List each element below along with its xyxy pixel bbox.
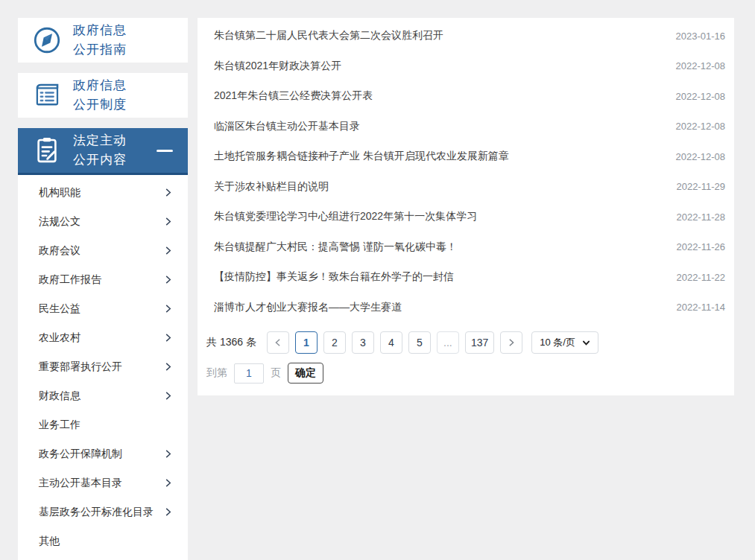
news-title-link[interactable]: 朱台镇2021年财政决算公开: [214, 60, 341, 73]
news-row: 2021年朱台镇三公经费决算公开表 2022-12-08: [198, 81, 734, 112]
sidebar-item-agriculture-rural[interactable]: 农业农村: [18, 323, 188, 352]
news-date: 2022-11-29: [676, 181, 725, 192]
sidebar-item-government-meetings[interactable]: 政府会议: [18, 236, 188, 265]
news-row: 淄博市人才创业大赛报名——大学生赛道 2022-11-14: [198, 293, 734, 323]
pagination-total: 共 1366 条: [206, 336, 256, 349]
chevron-right-icon: [163, 507, 173, 517]
news-date: 2022-12-08: [676, 151, 726, 162]
goto-page-row: 到第 页 确定: [206, 363, 734, 384]
news-date: 2023-01-16: [676, 31, 726, 42]
sidebar-item-government-work-report[interactable]: 政府工作报告: [18, 265, 188, 294]
page-button-1[interactable]: 1: [295, 331, 318, 354]
news-date: 2022-11-28: [676, 211, 725, 223]
news-title-link[interactable]: 关于涉农补贴栏目的说明: [214, 180, 329, 194]
page-button-2[interactable]: 2: [323, 331, 346, 354]
chevron-right-icon: [163, 478, 173, 488]
sidebar-item-organization-functions[interactable]: 机构职能: [18, 178, 188, 207]
page-button-5[interactable]: 5: [408, 331, 431, 354]
sidebar-item-proactive-disclosure-catalog[interactable]: 主动公开基本目录: [18, 468, 188, 497]
chevron-right-icon: [163, 449, 173, 459]
news-date: 2022-12-08: [676, 60, 726, 71]
chevron-right-icon: [163, 275, 173, 284]
page-button-4[interactable]: 4: [380, 331, 402, 354]
page-size-select[interactable]: 10 条/页: [531, 331, 598, 354]
sidebar-item-disclosure-guarantee-mechanism[interactable]: 政务公开保障机制: [18, 439, 188, 468]
sidebar-item-label: 政府信息 公开制度: [73, 76, 127, 115]
news-row: 【疫情防控】事关返乡！致朱台籍在外学子的一封信 2022-11-22: [198, 262, 734, 293]
sidebar-item-label: 政府信息 公开指南: [73, 21, 127, 60]
sidebar: 政府信息 公开指南 政府信息 公开制度: [18, 18, 188, 560]
news-title-link[interactable]: 临淄区朱台镇主动公开基本目录: [214, 120, 360, 133]
news-title-link[interactable]: 朱台镇第二十届人民代表大会第二次会议胜利召开: [214, 29, 443, 42]
sidebar-item-gov-info-guide[interactable]: 政府信息 公开指南: [18, 18, 188, 63]
pagination: 共 1366 条 1 2 3 4 5 ... 137 10 条/页: [206, 331, 734, 354]
sidebar-item-business-work[interactable]: 业务工作: [18, 410, 188, 439]
sidebar-item-other[interactable]: 其他: [18, 526, 188, 556]
chevron-down-icon: [582, 339, 590, 347]
news-title-link[interactable]: 2021年朱台镇三公经费决算公开表: [214, 89, 373, 103]
chevron-right-icon: [163, 246, 173, 255]
chevron-right-icon: [163, 188, 173, 197]
sidebar-item-key-deployment-disclosure[interactable]: 重要部署执行公开: [18, 352, 188, 381]
sidebar-item-label: 法定主动 公开内容: [73, 131, 127, 170]
news-title-link[interactable]: 朱台镇党委理论学习中心组进行2022年第十一次集体学习: [214, 210, 477, 223]
news-row: 土地托管服务耦合链接种子产业 朱台镇开启现代农业发展新篇章 2022-12-08: [198, 141, 734, 172]
news-row: 朱台镇2021年财政决算公开 2022-12-08: [198, 51, 734, 82]
goto-confirm-button[interactable]: 确定: [288, 363, 323, 384]
news-title-link[interactable]: 【疫情防控】事关返乡！致朱台籍在外学子的一封信: [214, 270, 454, 284]
news-row: 关于涉农补贴栏目的说明 2022-11-29: [198, 172, 734, 203]
sidebar-submenu: 机构职能 法规公文 政府会议 政府工作报告 民生公益 农业农村 重要部署执行公开: [18, 175, 188, 560]
news-title-link[interactable]: 淄博市人才创业大赛报名——大学生赛道: [214, 301, 402, 314]
page-ellipsis-button[interactable]: ...: [437, 331, 459, 354]
prev-page-button[interactable]: [267, 331, 289, 354]
news-row: 临淄区朱台镇主动公开基本目录 2022-12-08: [198, 112, 734, 142]
chevron-right-icon: [163, 304, 173, 314]
news-date: 2022-11-22: [676, 272, 725, 283]
news-title-link[interactable]: 朱台镇提醒广大村民：提高警惕 谨防一氧化碳中毒！: [214, 241, 457, 254]
page-button-3[interactable]: 3: [352, 331, 374, 354]
sidebar-item-livelihood-welfare[interactable]: 民生公益: [18, 294, 188, 323]
page-button-137[interactable]: 137: [465, 331, 494, 354]
news-row: 朱台镇党委理论学习中心组进行2022年第十一次集体学习 2022-11-28: [198, 202, 734, 232]
chevron-left-icon: [274, 338, 282, 347]
sidebar-item-gov-info-system[interactable]: 政府信息 公开制度: [18, 73, 188, 118]
news-list-panel: 朱台镇第二十届人民代表大会第二次会议胜利召开 2023-01-16 朱台镇202…: [198, 18, 734, 395]
goto-prefix-label: 到第: [206, 366, 227, 380]
chevron-right-icon: [163, 362, 173, 372]
chevron-right-icon: [507, 338, 516, 347]
news-date: 2022-11-14: [676, 302, 725, 313]
sidebar-item-grassroots-standardized-catalog[interactable]: 基层政务公开标准化目录: [18, 497, 188, 526]
chevron-right-icon: [163, 217, 173, 226]
news-date: 2022-12-08: [676, 121, 726, 132]
chevron-right-icon: [163, 333, 173, 343]
next-page-button[interactable]: [500, 331, 522, 354]
news-date: 2022-11-26: [676, 241, 725, 252]
compass-icon: [31, 25, 63, 56]
chevron-right-icon: [163, 391, 173, 401]
news-row: 朱台镇提醒广大村民：提高警惕 谨防一氧化碳中毒！ 2022-11-26: [198, 232, 734, 263]
ledger-icon: [31, 80, 63, 111]
minus-icon: [157, 150, 173, 152]
sidebar-item-statutory-disclosure[interactable]: 法定主动 公开内容: [18, 128, 188, 175]
clipboard-pencil-icon: [31, 135, 63, 166]
goto-suffix-label: 页: [271, 366, 281, 380]
news-title-link[interactable]: 土地托管服务耦合链接种子产业 朱台镇开启现代农业发展新篇章: [214, 150, 509, 163]
news-row: 朱台镇第二十届人民代表大会第二次会议胜利召开 2023-01-16: [198, 21, 734, 51]
news-date: 2022-12-08: [676, 91, 726, 102]
sidebar-item-fiscal-information[interactable]: 财政信息: [18, 381, 188, 410]
sidebar-item-regulations-documents[interactable]: 法规公文: [18, 207, 188, 236]
goto-page-input[interactable]: [234, 363, 264, 384]
